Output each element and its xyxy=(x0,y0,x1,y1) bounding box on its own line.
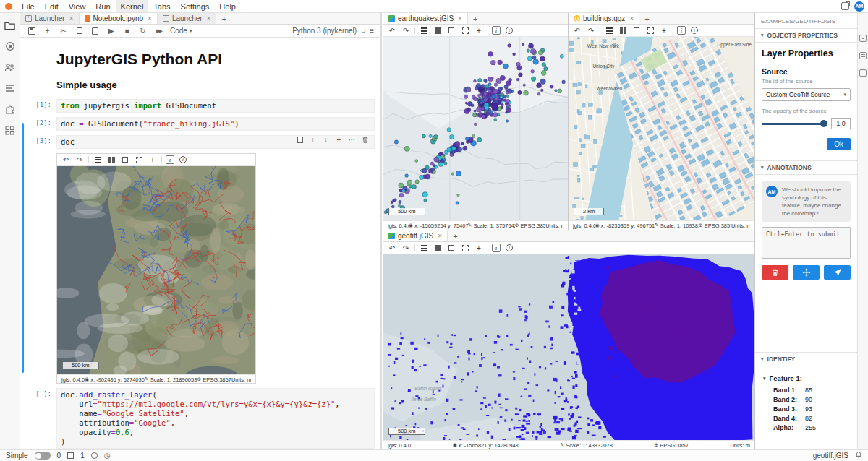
debugger-icon[interactable] xyxy=(859,52,867,59)
opacity-slider[interactable] xyxy=(762,123,827,125)
info-icon[interactable]: i xyxy=(178,155,188,165)
move-cell-up-icon[interactable]: ↑ xyxy=(309,136,317,144)
submit-annotation-button[interactable] xyxy=(824,265,851,280)
redo-icon[interactable]: ↷ xyxy=(401,243,411,253)
menu-settings[interactable]: Settings xyxy=(176,0,215,12)
buildings-map-canvas[interactable]: 2 km West New YorkUnion CityWeehawkenUpp… xyxy=(569,37,754,220)
identify-icon[interactable]: i xyxy=(492,244,501,252)
tab-close-icon[interactable]: × xyxy=(458,15,462,22)
opacity-value-field[interactable]: 1.0 xyxy=(831,118,851,129)
basemap-icon[interactable] xyxy=(433,243,443,253)
duplicate-cell-icon[interactable] xyxy=(296,136,304,144)
source-select[interactable]: Custom GeoTiff Source ▾ xyxy=(762,88,851,101)
user-avatar[interactable]: AM xyxy=(854,1,864,12)
new-tab-button[interactable]: + xyxy=(216,13,231,24)
zoom-extent-icon[interactable] xyxy=(134,155,144,165)
tab-close-icon[interactable]: × xyxy=(207,15,211,22)
select-square-icon[interactable] xyxy=(631,25,642,35)
running-sessions-icon[interactable] xyxy=(4,40,16,52)
code-cell-1[interactable]: [1]: from jupytergis import GISDocument xyxy=(20,99,380,113)
stop-kernel-icon[interactable]: ■ xyxy=(122,26,132,35)
identify-icon[interactable]: i xyxy=(677,26,686,35)
identify-feature-header[interactable]: ▾ Feature 1: xyxy=(762,374,851,382)
cell-type-select[interactable]: Code ▾ xyxy=(170,27,192,35)
info-icon[interactable]: i xyxy=(689,25,699,35)
file-browser-icon[interactable] xyxy=(4,20,16,31)
kernel-sessions-icon[interactable] xyxy=(91,452,98,459)
identify-icon[interactable]: i xyxy=(166,155,174,164)
kernel-name[interactable]: Python 3 (ipykernel) xyxy=(292,27,357,35)
new-tab-button[interactable]: + xyxy=(639,13,654,24)
tab-earthquakes[interactable]: earthquakes.jGIS × xyxy=(383,13,468,24)
menu-kernel[interactable]: Kernel xyxy=(116,0,149,12)
collaborators-icon[interactable] xyxy=(4,61,16,73)
zoom-extent-icon[interactable] xyxy=(645,25,655,35)
zoom-extent-icon[interactable] xyxy=(460,25,470,35)
save-icon[interactable] xyxy=(27,26,36,35)
extension-manager-icon[interactable] xyxy=(4,103,16,115)
redo-icon[interactable]: ↷ xyxy=(401,25,411,35)
basemap-icon[interactable] xyxy=(106,155,116,165)
insert-cell-icon[interactable]: + xyxy=(335,136,343,144)
ok-button[interactable]: Ok xyxy=(827,138,851,150)
tab-close-icon[interactable]: × xyxy=(69,15,74,22)
undo-icon[interactable]: ↶ xyxy=(387,25,397,35)
history-icon[interactable]: ◷ xyxy=(104,452,111,460)
redo-icon[interactable]: ↷ xyxy=(586,25,596,35)
delete-cell-icon[interactable] xyxy=(361,136,369,144)
property-inspector-icon[interactable] xyxy=(859,35,867,42)
add-layer-icon[interactable]: + xyxy=(148,155,158,165)
tab-buildings[interactable]: Q buildings.qgz × xyxy=(569,13,639,24)
france-map-canvas[interactable]: 500 km xyxy=(57,166,255,374)
redo-icon[interactable]: ↷ xyxy=(75,155,85,165)
cell-editor[interactable]: from jupytergis import GISDocument xyxy=(56,99,375,113)
section-annotations[interactable]: ▾ Annotations xyxy=(755,160,857,175)
move-cell-down-icon[interactable]: ↓ xyxy=(322,136,330,144)
layers-icon[interactable] xyxy=(419,25,429,35)
basemap-icon[interactable] xyxy=(618,25,628,35)
select-square-icon[interactable] xyxy=(446,25,456,35)
layers-icon[interactable] xyxy=(604,25,614,35)
tab-notebook[interactable]: Notebook.ipynb × xyxy=(80,13,158,24)
tab-geotiff[interactable]: geotiff.jGIS × xyxy=(383,231,448,241)
cut-cell-icon[interactable]: ✂ xyxy=(59,26,68,35)
code-cell-3-active[interactable]: [3]: doc ↑ ↓ + ⋯ xyxy=(20,135,380,149)
info-icon[interactable]: i xyxy=(504,243,514,253)
add-layer-icon[interactable]: + xyxy=(474,243,484,253)
cell-editor[interactable]: doc.add_raster_layer( url="https://mt1.g… xyxy=(56,388,375,449)
cell-editor[interactable]: doc = GISDocument("france_hiking.jGIS") xyxy=(56,117,375,131)
run-cell-icon[interactable]: ▶ xyxy=(106,26,116,35)
code-cell-4[interactable]: [ ]: doc.add_raster_layer( url="https://… xyxy=(20,388,380,449)
simple-mode-toggle[interactable] xyxy=(35,452,51,460)
annotation-comment[interactable]: AM We should improve the symbology of th… xyxy=(762,181,851,222)
zoom-extent-icon[interactable] xyxy=(460,243,470,253)
select-square-icon[interactable] xyxy=(120,155,130,165)
menu-help[interactable]: Help xyxy=(214,0,241,12)
add-layer-icon[interactable]: + xyxy=(474,25,484,35)
toolbar-menu-icon[interactable]: ≡ xyxy=(370,27,374,35)
launcher-grid-icon[interactable] xyxy=(4,124,16,136)
tab-close-icon[interactable]: × xyxy=(438,233,442,240)
center-on-annotation-button[interactable] xyxy=(793,265,820,280)
more-actions-icon[interactable]: ⋯ xyxy=(348,136,356,144)
paste-cell-icon[interactable] xyxy=(90,26,100,35)
notification-bell-icon[interactable] xyxy=(855,451,862,460)
add-cell-icon[interactable]: + xyxy=(43,26,52,35)
tab-close-icon[interactable]: × xyxy=(148,15,152,22)
tab-close-icon[interactable]: × xyxy=(629,15,634,22)
copy-cell-icon[interactable] xyxy=(75,26,84,35)
undo-icon[interactable]: ↶ xyxy=(387,243,397,253)
tab-launcher-1[interactable]: Launcher × xyxy=(20,13,80,24)
restart-kernel-icon[interactable]: ↻ xyxy=(138,26,148,35)
slider-knob[interactable] xyxy=(820,120,827,127)
menu-edit[interactable]: Edit xyxy=(40,0,64,12)
menu-tabs[interactable]: Tabs xyxy=(148,0,175,12)
tab-launcher-2[interactable]: Launcher × xyxy=(158,13,217,24)
terminal-icon[interactable] xyxy=(67,452,74,459)
table-of-contents-icon[interactable] xyxy=(4,82,16,94)
annotation-input[interactable]: Ctrl+Enter to submit xyxy=(762,227,851,259)
geotiff-map-canvas[interactable]: 500 km Baffin IslandÎle de Baffin xyxy=(383,254,754,440)
share-icon[interactable] xyxy=(841,2,849,10)
section-identify[interactable]: ▾ Identify xyxy=(755,352,857,366)
select-square-icon[interactable] xyxy=(446,243,456,253)
